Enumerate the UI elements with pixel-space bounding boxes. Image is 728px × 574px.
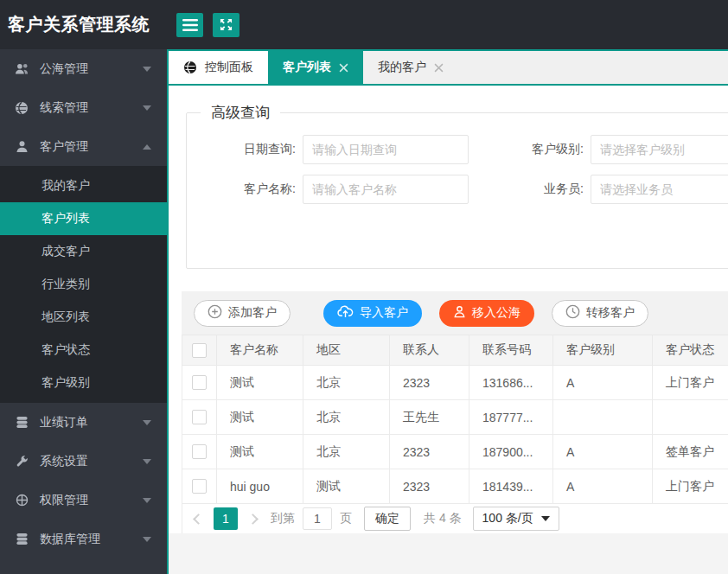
tab-bar: 控制面板 客户列表 我的客户 xyxy=(169,49,728,86)
sidebar-subitem[interactable]: 地区列表 xyxy=(0,301,167,334)
sidebar-item[interactable]: 系统设置 xyxy=(0,442,167,481)
content-bottom-area xyxy=(169,533,728,574)
fullscreen-button[interactable] xyxy=(213,13,239,37)
page-suffix-label: 页 xyxy=(340,511,352,526)
cell-phone: 187900... xyxy=(469,435,553,469)
database-icon xyxy=(14,415,29,430)
top-header: 客户关系管理系统 xyxy=(0,0,728,49)
sidebar-item[interactable]: 公海管理 xyxy=(0,49,167,88)
toolbar-button[interactable]: 导入客户 xyxy=(323,300,422,327)
menu-icon xyxy=(182,19,198,31)
page-number-input[interactable] xyxy=(303,507,332,530)
page-size-select[interactable]: 100 条/页 xyxy=(473,507,559,531)
total-count-label: 共 4 条 xyxy=(424,511,462,526)
column-header: 地区 xyxy=(303,335,390,366)
chevron-icon xyxy=(143,537,151,542)
sidebar-item[interactable]: 数据库管理 xyxy=(0,520,167,558)
tab[interactable]: 我的客户 xyxy=(363,51,458,84)
query-field-label: 客户名称: xyxy=(187,182,296,197)
close-icon[interactable] xyxy=(339,63,348,73)
chevron-icon xyxy=(143,459,151,464)
sidebar-item-label: 数据库管理 xyxy=(40,532,143,547)
cell-level: A xyxy=(553,435,653,469)
cell-region: 北京 xyxy=(303,435,390,469)
chevron-icon xyxy=(143,67,151,72)
sidebar-item[interactable]: 权限管理 xyxy=(0,481,167,520)
row-checkbox[interactable] xyxy=(192,444,207,459)
table-toolbar: 添加客户 导入客户 移入公海 xyxy=(182,291,728,335)
sidebar-item-label: 权限管理 xyxy=(40,493,143,508)
sidebar-subitem[interactable]: 客户列表 xyxy=(0,202,167,235)
sidebar-subitem[interactable]: 成交客户 xyxy=(0,235,167,268)
confirm-page-button[interactable]: 确定 xyxy=(364,507,411,531)
next-page-icon[interactable] xyxy=(247,513,259,525)
crm-app: 客户关系管理系统 公海管理 线索管理 客户管理 xyxy=(0,0,728,574)
tab-label: 客户列表 xyxy=(283,60,331,75)
toolbar-button[interactable]: 添加客户 xyxy=(194,300,291,327)
sidebar-subitem[interactable]: 客户级别 xyxy=(0,367,167,399)
cell-region: 测试 xyxy=(303,469,390,504)
current-page-button[interactable]: 1 xyxy=(214,507,238,530)
cell-phone: 181439... xyxy=(469,469,553,504)
customer-table: 客户名称 地区 联系人 联系号码 客户级别 客户状态 测试 xyxy=(182,335,728,504)
customer-submenu: 我的客户 客户列表 成交客户 行业类别 地区列表 xyxy=(0,166,167,403)
row-checkbox[interactable] xyxy=(192,375,207,390)
sidebar-subitem[interactable]: 我的客户 xyxy=(0,169,167,202)
sidebar-item[interactable]: 客户管理 xyxy=(0,127,167,166)
sidebar-subitem[interactable]: 客户状态 xyxy=(0,334,167,367)
row-checkbox[interactable] xyxy=(192,479,207,494)
column-header: 客户级别 xyxy=(553,335,653,366)
advanced-query-panel: 高级查询 日期查询: 客户级别: 客户名称: 业务员: xyxy=(186,103,728,269)
query-input[interactable] xyxy=(303,135,469,164)
column-header: 联系号码 xyxy=(469,335,553,366)
query-input[interactable] xyxy=(303,175,469,204)
cell-customer-name: 测试 xyxy=(217,435,303,469)
sidebar-subitem-label: 成交客户 xyxy=(42,244,153,259)
cell-level xyxy=(553,400,653,435)
sidebar-item-label: 客户管理 xyxy=(40,139,143,155)
sidebar-subitem[interactable]: 行业类别 xyxy=(0,268,167,301)
toolbar-button[interactable]: 转移客户 xyxy=(552,300,648,327)
sidebar-item-label: 公海管理 xyxy=(40,61,143,77)
cell-phone: 187777... xyxy=(469,400,553,435)
chevron-icon xyxy=(143,498,151,503)
tab[interactable]: 控制面板 xyxy=(169,51,268,84)
tab[interactable]: 客户列表 xyxy=(268,51,363,84)
select-all-checkbox[interactable] xyxy=(192,343,207,358)
sidebar-item-label: 线索管理 xyxy=(40,100,143,116)
menu-toggle-button[interactable] xyxy=(176,13,203,37)
sidebar-item[interactable]: 业绩订单 xyxy=(0,403,167,442)
page-size-value: 100 条/页 xyxy=(482,511,533,526)
tab-label: 我的客户 xyxy=(378,60,426,75)
cell-status: 上门客户 xyxy=(653,366,728,400)
sidebar-item-label: 系统设置 xyxy=(40,454,143,469)
query-input[interactable] xyxy=(591,175,728,204)
query-input[interactable] xyxy=(591,135,728,164)
cell-region: 北京 xyxy=(303,366,390,400)
prev-page-icon[interactable] xyxy=(193,513,204,525)
cell-contact: 王先生 xyxy=(390,400,469,435)
sidebar-item[interactable]: 线索管理 xyxy=(0,88,167,127)
clock-icon xyxy=(565,304,580,322)
cell-status: 上门客户 xyxy=(653,469,728,504)
close-icon[interactable] xyxy=(434,63,444,73)
chevron-icon xyxy=(143,105,151,111)
column-header: 客户状态 xyxy=(653,335,728,366)
chevron-icon xyxy=(143,420,151,425)
sidebar-subitem-label: 地区列表 xyxy=(42,309,153,325)
table-row: hui guo 测试 2323 181439... A 上门客户 xyxy=(182,469,728,504)
sidebar-subitem-label: 客户状态 xyxy=(42,342,153,358)
toolbar-button[interactable]: 移入公海 xyxy=(439,300,534,327)
user-icon xyxy=(14,139,29,155)
column-header: 联系人 xyxy=(390,335,469,366)
row-checkbox[interactable] xyxy=(192,410,207,424)
toolbar-button-label: 添加客户 xyxy=(228,305,277,321)
cell-customer-name: 测试 xyxy=(217,366,303,400)
app-title: 客户关系管理系统 xyxy=(0,13,167,36)
pagination-bar: 1 到第 页 确定 共 4 条 100 条/页 xyxy=(182,504,728,534)
cell-level: A xyxy=(553,366,653,400)
sidebar-subitem-label: 客户列表 xyxy=(42,211,153,226)
perm-icon xyxy=(14,493,29,508)
sidebar: 公海管理 线索管理 客户管理 我的客户 客户列 xyxy=(0,49,167,574)
goto-label: 到第 xyxy=(271,511,295,526)
